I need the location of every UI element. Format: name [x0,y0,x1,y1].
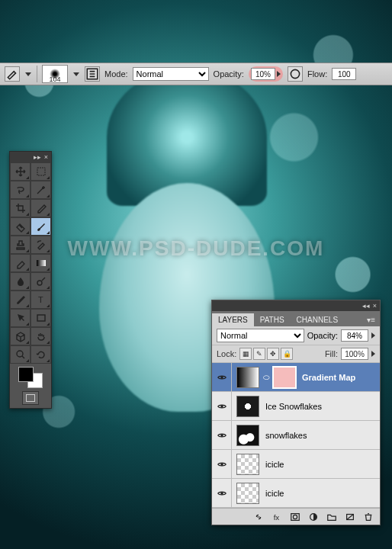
fill-flyout[interactable] [371,351,375,357]
link-icon[interactable]: ⬭ [262,373,270,382]
tool-3d[interactable] [10,327,31,345]
svg-point-4 [37,281,42,285]
layer-opacity-input[interactable]: 84% [341,329,368,342]
mode-label: Mode: [104,69,128,79]
layer-opacity-flyout[interactable] [371,332,375,339]
tool-stamp[interactable] [10,236,31,254]
visibility-toggle[interactable] [212,363,232,391]
tab-paths[interactable]: PATHS [254,313,291,326]
add-mask-button[interactable] [288,511,302,523]
svg-point-1 [291,69,299,78]
tool-preset-dropdown[interactable] [24,72,32,76]
layer-row[interactable]: ⬭Gradient Map [212,363,380,392]
brush-preset-dropdown[interactable] [72,72,80,76]
lock-label: Lock: [217,349,236,358]
layer-row[interactable]: snowflakes [212,421,380,450]
layer-thumb[interactable] [236,454,259,475]
panel-titlebar[interactable]: ◂◂ × [212,300,380,311]
layer-thumb[interactable] [236,367,259,388]
layer-name[interactable]: Gradient Map [300,373,380,382]
svg-point-7 [17,351,23,357]
tool-eraser[interactable] [10,254,31,272]
opacity-input[interactable]: 10% [251,68,275,80]
group-button[interactable] [325,511,339,523]
lock-position-button[interactable]: ✥ [267,348,279,360]
layer-name[interactable]: Ice Snowflakes [264,402,380,411]
layer-name[interactable]: icicle [264,460,380,469]
collapse-icon[interactable]: ◂◂ [362,302,370,310]
layer-row[interactable]: icicle [212,450,380,479]
tool-dodge[interactable] [31,272,51,291]
tool-eyedropper[interactable] [31,199,51,217]
layer-list: ⬭Gradient MapIce Snowflakessnowflakesici… [212,363,380,508]
svg-text:fx: fx [274,512,280,521]
layer-style-button[interactable]: fx [270,511,284,523]
tab-channels[interactable]: CHANNELS [291,313,344,326]
svg-rect-6 [37,315,45,321]
new-layer-button[interactable] [343,511,357,523]
tool-brush[interactable] [31,217,51,236]
visibility-toggle[interactable] [212,421,232,449]
lock-transparency-button[interactable]: ▦ [239,348,252,360]
fill-label: Fill: [325,349,338,358]
tool-shape[interactable] [31,309,51,327]
visibility-toggle[interactable] [212,392,232,420]
tool-rotate-view[interactable] [31,345,51,364]
panel-menu-icon[interactable]: ▾≡ [362,313,380,326]
collapse-icon[interactable]: ▸▸ [34,153,41,161]
close-icon[interactable]: × [373,302,377,310]
opacity-label: Opacity: [214,69,244,79]
layer-blend-mode-select[interactable]: Normal [217,329,304,342]
svg-rect-2 [37,168,45,175]
brush-preset-preview[interactable]: 104 [42,65,68,83]
tool-gradient[interactable] [31,254,51,272]
tool-crop[interactable] [10,199,31,217]
flow-input[interactable]: 100 [332,68,356,80]
tool-preset-picker[interactable] [5,66,20,82]
svg-point-11 [220,463,223,466]
adjustment-layer-button[interactable] [307,511,320,523]
tool-wand[interactable] [31,181,51,199]
svg-text:T: T [38,295,43,304]
quick-mask-toggle[interactable] [22,391,39,405]
tool-hand[interactable] [31,327,51,345]
tool-blur[interactable] [10,272,31,291]
visibility-toggle[interactable] [212,450,232,478]
blend-mode-select[interactable]: Normal [133,67,209,81]
layer-row[interactable]: icicle [212,479,380,508]
layer-mask-thumb[interactable] [273,367,296,388]
tool-marquee[interactable] [31,162,51,181]
tool-lasso[interactable] [10,181,31,199]
lock-pixels-button[interactable]: ✎ [253,348,265,360]
delete-layer-button[interactable] [361,511,375,523]
fill-input[interactable]: 100% [341,348,368,360]
layer-name[interactable]: icicle [264,489,380,498]
layer-thumb[interactable] [236,425,259,446]
flow-label: Flow: [307,69,327,79]
tools-panel-header[interactable]: ▸▸ × [10,152,51,162]
tool-pen[interactable] [10,291,31,309]
link-layers-button[interactable] [252,511,265,523]
tab-layers[interactable]: LAYERS [212,313,254,326]
visibility-toggle[interactable] [212,479,232,507]
tool-type[interactable]: T [31,291,51,309]
layer-thumb[interactable] [236,396,259,417]
layer-name[interactable]: snowflakes [264,431,380,440]
close-icon[interactable]: × [44,153,48,161]
svg-rect-3 [37,260,46,266]
tool-healing[interactable] [10,217,31,236]
tool-move[interactable] [10,162,31,181]
svg-point-15 [293,515,297,518]
foreground-color-swatch[interactable] [18,367,34,382]
pressure-opacity-toggle[interactable] [288,66,303,82]
brush-panel-toggle[interactable] [85,66,100,82]
opacity-highlight: 10% [249,66,283,82]
layer-thumb[interactable] [236,483,259,504]
tool-zoom[interactable] [10,345,31,364]
opacity-slider-flyout[interactable] [277,71,281,77]
layer-row[interactable]: Ice Snowflakes [212,392,380,421]
color-swatches[interactable] [18,367,43,388]
tool-history-brush[interactable] [31,236,51,254]
tool-path-select[interactable] [10,309,31,327]
lock-all-button[interactable]: 🔒 [281,348,293,360]
